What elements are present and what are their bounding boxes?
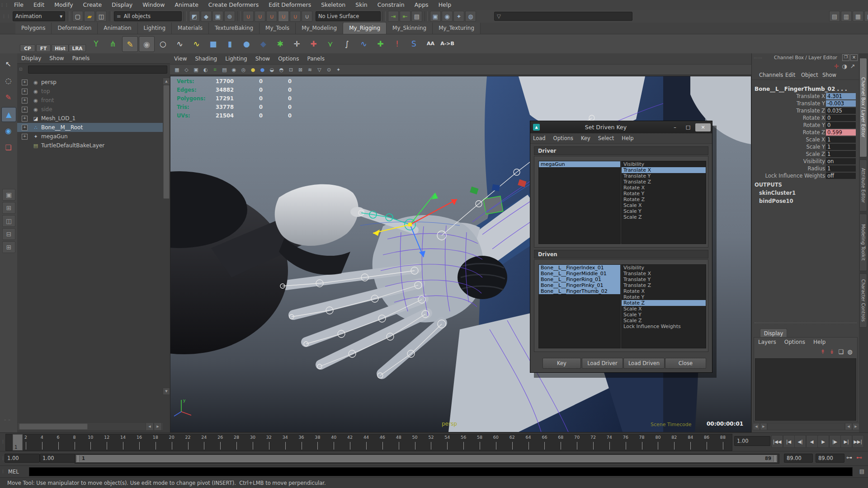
timeslider-drag-handle[interactable]: ⋮ (1, 439, 5, 444)
channel-label[interactable]: Rotate Y (803, 122, 825, 128)
outliner-search-input[interactable] (28, 66, 167, 74)
layer-list[interactable] (755, 358, 856, 421)
shelf-button-lra[interactable]: LRA (69, 44, 86, 52)
shelf-joint-warn-icon[interactable]: ! (390, 36, 405, 51)
viewport-toolbar-icon[interactable]: ◎ (239, 66, 248, 74)
shelf-tab-texturebaking[interactable]: TextureBaking (209, 23, 259, 34)
dialog-menu-select[interactable]: Select (598, 135, 614, 141)
save-scene-icon[interactable]: ◫ (96, 11, 107, 22)
mel-command-input[interactable] (29, 467, 853, 476)
channel-label[interactable]: Rotate Z (803, 129, 825, 136)
channel-value-field[interactable]: 0.035 (826, 108, 856, 114)
outliner-menu-display[interactable]: Display (17, 53, 45, 63)
driven-attribute-item[interactable]: Translate Y (622, 277, 706, 282)
quick-input-field[interactable]: ▽ (494, 12, 632, 21)
driver-attribute-item[interactable]: Scale Z (622, 214, 706, 220)
sidebar-layer-editor-icon[interactable]: ▧ (864, 11, 868, 22)
shelf-button-cp[interactable]: CP (20, 44, 35, 52)
driven-object-item[interactable]: Bone__L__FingerRing_01 (539, 277, 620, 282)
channel-hscroll-left-button[interactable]: ◀ (753, 423, 760, 430)
shelf-ep-curve-icon[interactable]: ∿ (172, 36, 187, 51)
live-surface-field[interactable]: No Live Surface (316, 11, 381, 21)
hyperbolic-icon[interactable]: ↗ (849, 61, 857, 71)
viewport-toolbar-icon[interactable]: ▤ (220, 66, 229, 74)
outliner-item-front[interactable]: +◉front (17, 96, 163, 105)
current-time-marker[interactable]: 1 (13, 434, 23, 450)
menu-edit-deformers[interactable]: Edit Deformers (264, 0, 316, 10)
ipr-render-icon[interactable]: ✦ (453, 11, 464, 22)
menu-help[interactable]: Help (434, 0, 457, 10)
select-component-icon[interactable]: ▣ (212, 11, 223, 22)
shelf-poly-sphere-icon[interactable]: ● (239, 36, 254, 51)
viewport-toolbar-icon[interactable]: ▣ (192, 66, 200, 74)
shelf-tab-deformation[interactable]: Deformation (52, 23, 98, 34)
channel-value-field[interactable]: 0 (826, 115, 856, 121)
viewport-toolbar-icon[interactable]: ◒ (268, 66, 276, 74)
channel-value-field[interactable]: 1 (826, 144, 856, 150)
scale-tool[interactable]: ❏ (1, 141, 15, 155)
driven-attribute-item[interactable]: Rotate Z (622, 300, 706, 306)
expand-toggle[interactable]: + (22, 134, 28, 140)
shelf-tab-materials[interactable]: Materials (172, 23, 209, 34)
viewport-menu-panels[interactable]: Panels (303, 54, 329, 64)
driver-attribute-item[interactable]: Translate X (622, 167, 706, 173)
driven-attribute-item[interactable]: Scale Z (622, 318, 706, 324)
viewport-toolbar-icon[interactable]: ⌗ (211, 66, 219, 74)
channel-label[interactable]: Translate Y (797, 100, 825, 107)
range-start-handle[interactable] (76, 455, 80, 462)
tab-display[interactable]: Display (760, 328, 787, 338)
menubar-drag-handle[interactable]: ⋮⋮ (0, 3, 9, 7)
layout-single-pane[interactable]: ▣ (2, 189, 15, 201)
sidebar-channel-box-icon[interactable]: ▦ (853, 11, 863, 22)
outliner-item-persp[interactable]: +◉persp (17, 78, 163, 87)
shelf-spline-blue-icon[interactable]: ∿ (356, 36, 371, 51)
step-back-key-button[interactable]: |◀ (783, 435, 795, 448)
dialog-button-load-driver[interactable]: Load Driver (582, 358, 623, 369)
driven-attribute-item[interactable]: Rotate X (622, 288, 706, 294)
channel-label[interactable]: Rotate X (803, 115, 825, 121)
driven-object-item[interactable]: Bone__L__FingerThumb_02 (539, 288, 620, 294)
dialog-button-key[interactable]: Key (542, 358, 581, 369)
outliner-vscroll-thumb[interactable] (163, 85, 170, 199)
menu-animate[interactable]: Animate (170, 0, 203, 10)
menu-set-selector[interactable]: Animation▾ (13, 11, 65, 21)
shelf-cv-curve-icon[interactable]: ∿ (189, 36, 204, 51)
sidebar-tab-character-controls[interactable]: Character Controls (859, 273, 867, 328)
move-tool[interactable]: ▲ (1, 107, 16, 122)
make-object-live-icon[interactable]: ∪ (302, 11, 312, 22)
outliner-menu-show[interactable]: Show (45, 53, 68, 63)
menu-file[interactable]: File (9, 0, 28, 10)
channel-value-field[interactable]: off (826, 173, 856, 179)
expand-toggle[interactable]: + (22, 125, 28, 131)
outliner-item-side[interactable]: +◉side (17, 105, 163, 114)
driven-attribute-item[interactable]: Rotate Y (622, 294, 706, 300)
highlight-mode-icon[interactable]: ⊚ (224, 11, 235, 22)
script-editor-icon[interactable]: ▤ (859, 468, 864, 474)
driver-attribute-list[interactable]: VisibilityTranslate XTranslate YTranslat… (621, 161, 706, 244)
statusline-drag-handle[interactable]: ⋮⋮ (2, 14, 11, 19)
viewport-toolbar-icon[interactable]: ▦ (173, 66, 181, 74)
auto-keyframe-icon[interactable]: ⊷ (856, 454, 862, 461)
channel-hscroll-right2-button[interactable]: ▶ (852, 423, 859, 430)
selection-mask-selector[interactable]: ≡ All objects (114, 11, 182, 21)
channel-box-menu-object[interactable]: Object (801, 72, 818, 78)
layer-menu-options[interactable]: Options (780, 337, 809, 347)
snap-to-curve-icon[interactable]: ∪ (255, 11, 265, 22)
dialog-button-close[interactable]: Close (665, 358, 706, 369)
shelf-tab-polygons[interactable]: Polygons (15, 23, 52, 34)
snap-to-grid-icon[interactable]: ∪ (243, 11, 254, 22)
animation-end-field[interactable]: 89.00 (816, 454, 844, 463)
menu-apps[interactable]: Apps (410, 0, 434, 10)
channel-value-field[interactable]: 1 (826, 165, 856, 172)
driven-attribute-item[interactable]: Translate Z (622, 282, 706, 288)
channel-label[interactable]: Scale Z (806, 151, 825, 157)
range-track[interactable]: 1 89 (75, 454, 779, 464)
channel-hscroll-left2-button[interactable]: ▶ (760, 423, 767, 430)
output-node-bindPose10[interactable]: bindPose10 (759, 198, 793, 204)
outliner-hscroll-right-button[interactable]: ▶ (154, 422, 162, 431)
outliner-scroll-up-button[interactable]: ▲ (163, 78, 170, 85)
driver-attribute-item[interactable]: Rotate Y (622, 191, 706, 197)
range-end-handle[interactable] (774, 455, 777, 462)
shelf-joint-tool-icon[interactable]: Y (89, 36, 104, 51)
render-settings-icon[interactable]: ◍ (465, 11, 476, 22)
